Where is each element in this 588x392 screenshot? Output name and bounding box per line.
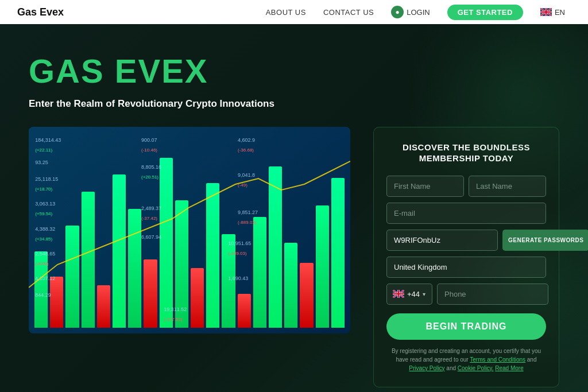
chevron-down-icon: ▾ [568, 9, 571, 15]
nav-contact-us[interactable]: CONTACT US [323, 8, 374, 17]
bar-3 [65, 226, 79, 328]
begin-trading-button[interactable]: BEGIN TRADING [386, 313, 546, 340]
phone-chevron-icon: ▾ [423, 291, 425, 297]
nav-login[interactable]: ● LOGIN [391, 6, 430, 18]
bar-20 [331, 178, 345, 327]
name-row [386, 176, 546, 197]
bar-7 [128, 209, 141, 328]
bar-10 [175, 200, 188, 328]
bar-6 [113, 174, 126, 327]
password-input[interactable] [386, 230, 498, 251]
phone-row: +44 ▾ [386, 284, 546, 305]
phone-uk-flag-icon [393, 290, 404, 298]
last-name-input[interactable] [469, 176, 546, 197]
language-selector[interactable]: EN ▾ [540, 8, 571, 17]
bar-15 [253, 217, 266, 327]
country-select[interactable]: United Kingdom [386, 257, 546, 278]
nav-logo: Gas Evex [17, 6, 64, 18]
bar-8 [144, 259, 157, 327]
language-label: EN [555, 8, 565, 17]
generate-passwords-button[interactable]: GENERATE PASSWORDS [502, 230, 588, 251]
login-user-icon: ● [391, 6, 404, 18]
phone-prefix-value: +44 [407, 290, 420, 298]
bar-11 [191, 268, 204, 328]
bar-16 [269, 166, 282, 328]
first-name-input[interactable] [386, 176, 464, 197]
chart-bars [29, 158, 350, 333]
email-input[interactable] [386, 203, 546, 224]
phone-prefix-selector[interactable]: +44 ▾ [386, 284, 432, 305]
hero-section: GAS EVEX Enter the Realm of Revolutionar… [0, 24, 588, 392]
bar-13 [222, 234, 235, 328]
terms-link[interactable]: Terms and Conditions [470, 356, 525, 363]
bar-18 [300, 263, 313, 327]
bar-4 [82, 192, 95, 328]
read-more-link[interactable]: Read More [495, 365, 523, 371]
phone-input[interactable] [437, 284, 548, 305]
get-started-button[interactable]: GET STARTED [447, 5, 523, 20]
bar-17 [284, 243, 297, 328]
bar-5 [97, 285, 110, 328]
navbar: Gas Evex ABOUT US CONTACT US ● LOGIN GET… [0, 0, 588, 24]
disclaimer-text: By registering and creating an account, … [386, 347, 546, 372]
bar-1 [34, 251, 48, 328]
stock-chart-image: 184,314.43 (+22.11) 93.25 25,118.15 (+18… [29, 127, 350, 333]
hero-title: GAS EVEX [29, 53, 559, 90]
email-row [386, 203, 546, 224]
bar-2 [50, 277, 63, 328]
password-row: GENERATE PASSWORDS [386, 230, 546, 251]
nav-login-label[interactable]: LOGIN [407, 8, 430, 17]
bar-9 [160, 158, 173, 328]
bar-12 [206, 183, 219, 328]
hero-subtitle: Enter the Realm of Revolutionary Crypto … [29, 98, 559, 110]
form-title: DISCOVER THE BOUNDLESS MEMBERSHIP TODAY [386, 142, 546, 164]
country-row: United Kingdom [386, 257, 546, 284]
privacy-link[interactable]: Privacy Policy [409, 365, 444, 371]
bar-14 [238, 294, 251, 328]
hero-content: 184,314.43 (+22.11) 93.25 25,118.15 (+18… [29, 127, 559, 387]
nav-about-us[interactable]: ABOUT US [266, 8, 306, 17]
uk-flag-icon [540, 8, 552, 16]
registration-form: DISCOVER THE BOUNDLESS MEMBERSHIP TODAY … [373, 127, 559, 387]
cookie-link[interactable]: Cookie Policy. [458, 365, 494, 371]
bar-19 [316, 205, 329, 328]
